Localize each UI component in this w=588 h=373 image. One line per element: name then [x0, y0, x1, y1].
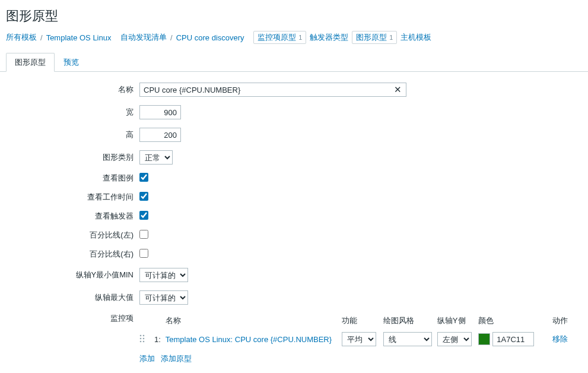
- show-legend-checkbox[interactable]: [139, 173, 148, 182]
- breadcrumb-discovery-rule[interactable]: CPU core discovery: [176, 33, 244, 42]
- items-header-row: 名称 功能 绘图风格 纵轴Y侧 颜色 动作: [139, 313, 573, 331]
- items-header-color: 颜色: [478, 315, 549, 326]
- breadcrumb-item-proto[interactable]: 监控项原型 1: [253, 31, 306, 44]
- label-height: 高: [6, 129, 139, 140]
- label-show-triggers: 查看触发器: [6, 211, 139, 222]
- label-width: 宽: [6, 107, 139, 118]
- color-input[interactable]: [492, 332, 534, 346]
- label-items: 监控项: [6, 313, 139, 324]
- tabs: 图形原型 预览: [0, 52, 588, 72]
- clear-icon[interactable]: ✕: [392, 84, 403, 95]
- breadcrumb-template[interactable]: Template OS Linux: [46, 33, 112, 42]
- items-header-function: 功能: [342, 315, 383, 326]
- percent-right-checkbox[interactable]: [139, 249, 148, 258]
- table-row: 1: Template OS Linux: CPU core {#CPU.NUM…: [139, 331, 573, 351]
- items-links: 添加 添加原型: [139, 351, 573, 364]
- items-header-action: 动作: [549, 315, 573, 326]
- percent-left-checkbox[interactable]: [139, 230, 148, 239]
- breadcrumb-all-templates[interactable]: 所有模板: [6, 32, 37, 43]
- svg-point-2: [140, 337, 142, 339]
- breadcrumb-sep: /: [170, 33, 173, 42]
- svg-point-4: [140, 340, 142, 342]
- yaxis-max-select[interactable]: 可计算的: [139, 290, 188, 305]
- svg-point-1: [143, 334, 145, 336]
- items-header-yaxis: 纵轴Y侧: [437, 315, 478, 326]
- items-header-name: 名称: [166, 315, 342, 326]
- items-header-draw-style: 绘图风格: [383, 315, 437, 326]
- label-show-legend: 查看图例: [6, 173, 139, 184]
- form: 名称 ✕ 宽 高 图形类别 正常 查看图例 查看工作时间: [0, 72, 588, 373]
- breadcrumb-discovery-list[interactable]: 自动发现清单: [120, 32, 167, 43]
- breadcrumb-sep: /: [40, 33, 43, 42]
- label-percent-right: 百分比线(右): [6, 249, 139, 260]
- breadcrumb-graph-proto[interactable]: 图形原型 1: [352, 31, 397, 44]
- yaxis-min-select[interactable]: 可计算的: [139, 268, 188, 282]
- label-name: 名称: [6, 84, 139, 95]
- svg-point-5: [143, 340, 145, 342]
- tab-graph-proto[interactable]: 图形原型: [6, 53, 55, 72]
- label-show-working-time: 查看工作时间: [6, 192, 139, 203]
- breadcrumb: 所有模板 / Template OS Linux 自动发现清单 / CPU co…: [0, 31, 588, 52]
- graph-type-select[interactable]: 正常: [139, 150, 173, 165]
- item-function-select[interactable]: 平均: [342, 332, 376, 346]
- width-input[interactable]: [139, 105, 181, 119]
- item-draw-style-select[interactable]: 线: [383, 332, 432, 346]
- label-graph-type: 图形类别: [6, 152, 139, 163]
- name-input[interactable]: [139, 83, 406, 97]
- tab-preview[interactable]: 预览: [55, 53, 88, 72]
- svg-point-3: [143, 337, 145, 339]
- items-table: 名称 功能 绘图风格 纵轴Y侧 颜色 动作 1: Template OS Lin…: [139, 313, 573, 364]
- svg-point-0: [140, 334, 142, 336]
- add-link[interactable]: 添加: [139, 354, 155, 363]
- remove-link[interactable]: 移除: [552, 334, 568, 343]
- height-input[interactable]: [139, 128, 181, 142]
- show-triggers-checkbox[interactable]: [139, 211, 148, 220]
- item-yaxis-select[interactable]: 左侧: [437, 332, 472, 346]
- breadcrumb-trigger-type[interactable]: 触发器类型: [310, 32, 348, 43]
- item-name-link[interactable]: Template OS Linux: CPU core {#CPU.NUMBER…: [166, 335, 332, 344]
- label-yaxis-min: 纵轴Y最小值MIN: [6, 270, 139, 280]
- drag-handle-icon[interactable]: [139, 334, 147, 343]
- label-yaxis-max: 纵轴最大值: [6, 292, 139, 303]
- label-percent-left: 百分比线(左): [6, 230, 139, 241]
- breadcrumb-host-templates[interactable]: 主机模板: [401, 32, 431, 43]
- item-index: 1:: [152, 335, 166, 344]
- color-swatch[interactable]: [478, 333, 490, 345]
- show-working-time-checkbox[interactable]: [139, 192, 148, 201]
- page-title: 图形原型: [0, 0, 588, 31]
- add-proto-link[interactable]: 添加原型: [161, 354, 192, 363]
